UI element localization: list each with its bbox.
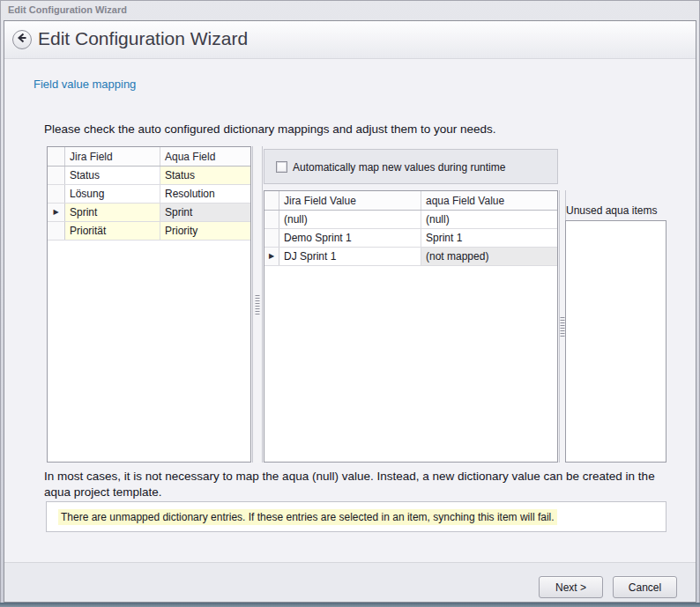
- grid-cell[interactable]: Priority: [160, 222, 250, 240]
- warning-box: There are unmapped dictionary entries. I…: [46, 501, 666, 532]
- column-header-jira-field[interactable]: Jira Field: [65, 147, 160, 166]
- next-button[interactable]: Next >: [539, 576, 603, 598]
- row-marker: [48, 222, 65, 240]
- vertical-splitter[interactable]: [252, 146, 263, 463]
- row-marker: [264, 211, 279, 228]
- table-row[interactable]: ▶ Sprint Sprint: [48, 204, 250, 222]
- page-title: Edit Configuration Wizard: [38, 28, 248, 49]
- dialog-client-area: Edit Configuration Wizard Field value ma…: [4, 20, 696, 603]
- footer-bar: Next > Cancel: [4, 562, 696, 602]
- row-marker: [264, 229, 279, 247]
- grid-cell[interactable]: Demo Sprint 1: [279, 229, 421, 247]
- table-row[interactable]: Status Status: [48, 167, 250, 185]
- grid-cell[interactable]: (null): [279, 211, 421, 228]
- grid-cell[interactable]: Priorität: [65, 222, 160, 240]
- instructions-text: Please check the auto configured diction…: [44, 122, 496, 136]
- grid-cell[interactable]: (not mapped): [421, 248, 557, 265]
- table-row[interactable]: Lösung Resolution: [48, 185, 250, 204]
- row-marker: ▶: [264, 248, 279, 265]
- column-header-aqua-field[interactable]: Aqua Field: [160, 147, 250, 166]
- section-heading: Field value mapping: [34, 78, 136, 91]
- field-mapping-grid: Jira Field Aqua Field Status Status Lösu…: [47, 146, 251, 463]
- auto-map-checkbox[interactable]: [276, 161, 287, 173]
- table-row[interactable]: Demo Sprint 1 Sprint 1: [264, 229, 557, 248]
- grid-cell[interactable]: DJ Sprint 1: [279, 248, 421, 265]
- window-bottom-border: [0, 603, 700, 607]
- grid-cell[interactable]: Status: [160, 167, 250, 184]
- grid-cell[interactable]: Sprint: [160, 204, 250, 221]
- window-title: Edit Configuration Wizard: [8, 4, 127, 15]
- note-text: In most cases, it is not necessary to ma…: [44, 469, 661, 500]
- grid-cell[interactable]: Status: [65, 167, 160, 184]
- grid-cell[interactable]: Lösung: [65, 185, 160, 203]
- column-header-jira-field-value[interactable]: Jira Field Value: [279, 191, 421, 210]
- warning-text: There are unmapped dictionary entries. I…: [58, 509, 557, 525]
- grid-cell[interactable]: Sprint 1: [421, 229, 557, 247]
- table-row[interactable]: ▶ DJ Sprint 1 (not mapped): [264, 248, 557, 266]
- wizard-header: Edit Configuration Wizard: [4, 21, 696, 59]
- row-marker-header: [264, 191, 279, 210]
- current-row-marker-icon: ▶: [269, 253, 274, 260]
- column-header-aqua-field-value[interactable]: aqua Field Value: [421, 191, 557, 210]
- splitter-grip-icon: [561, 317, 565, 337]
- back-button[interactable]: [12, 30, 32, 49]
- back-arrow-icon: [15, 31, 29, 48]
- grid-cell[interactable]: Sprint: [65, 204, 160, 221]
- table-row[interactable]: Priorität Priority: [48, 222, 250, 241]
- grid-cell[interactable]: Resolution: [160, 185, 250, 203]
- table-row[interactable]: (null) (null): [264, 211, 557, 229]
- value-mapping-grid: Jira Field Value aqua Field Value (null)…: [264, 190, 558, 463]
- cancel-button[interactable]: Cancel: [613, 576, 677, 598]
- row-marker: [48, 185, 65, 203]
- runtime-mapping-panel: Automatically map new values during runt…: [264, 149, 558, 184]
- current-row-marker-icon: ▶: [53, 209, 58, 216]
- grid-header-row: Jira Field Aqua Field: [48, 147, 250, 167]
- unused-aqua-items-label: Unused aqua items: [566, 204, 657, 217]
- row-marker: ▶: [48, 204, 65, 221]
- grid-header-row: Jira Field Value aqua Field Value: [264, 191, 557, 211]
- grid-cell[interactable]: (null): [421, 211, 557, 228]
- splitter-grip-icon: [256, 295, 260, 315]
- row-marker: [48, 167, 65, 184]
- row-marker-header: [48, 147, 65, 166]
- auto-map-checkbox-label[interactable]: Automatically map new values during runt…: [293, 160, 505, 174]
- edit-configuration-wizard-window: Edit Configuration Wizard Edit Configura…: [0, 0, 700, 607]
- unused-aqua-items-listbox[interactable]: [565, 220, 666, 463]
